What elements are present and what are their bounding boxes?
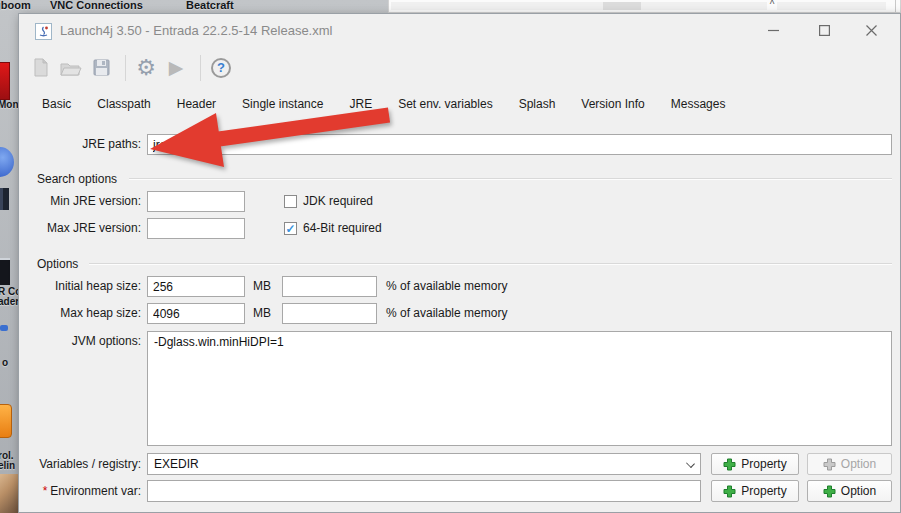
desktop-wallpaper-fragment — [0, 474, 18, 513]
jdk-required-checkbox[interactable] — [284, 195, 297, 208]
variables-registry-combobox[interactable]: EXEDIR — [147, 453, 701, 475]
min-jre-version-input[interactable] — [147, 191, 245, 212]
desktop-icon-label: Beatcraft — [186, 0, 234, 11]
desktop-icon-fragment-red — [0, 62, 10, 100]
chevron-down-icon — [686, 459, 695, 468]
tab-jre[interactable]: JRE — [336, 87, 385, 120]
chevron-up-icon[interactable]: ^ — [767, 0, 777, 10]
group-divider — [89, 263, 892, 264]
min-jre-version-label: Min JRE version: — [29, 191, 141, 212]
background-window-border — [895, 0, 896, 12]
jdk-required-label[interactable]: JDK required — [303, 195, 373, 208]
jre-paths-label: JRE paths: — [29, 134, 141, 155]
initial-heap-percent-input[interactable] — [282, 276, 377, 297]
run-play-icon[interactable]: ▶ — [163, 55, 189, 81]
launch4j-app-icon — [35, 23, 52, 40]
desktop-icon-fragment — [0, 325, 8, 331]
desktop-icon-fragment-orange — [0, 404, 12, 438]
minimize-button[interactable] — [750, 14, 796, 47]
plus-icon — [723, 458, 736, 471]
plus-icon — [723, 485, 736, 498]
variables-option-button: Option — [807, 453, 892, 475]
desktop-icon-label: VNC Connections — [50, 0, 143, 11]
maximize-button[interactable] — [801, 14, 847, 47]
close-button[interactable] — [848, 14, 894, 47]
desktop-icon-label: gboom — [0, 0, 31, 11]
max-heap-percent-label: % of available memory — [386, 303, 507, 324]
initial-heap-size-input[interactable] — [147, 276, 245, 297]
environment-var-label: *Environment var: — [29, 480, 141, 502]
desktop-icon-fragment — [0, 188, 9, 210]
titlebar[interactable]: Launch4j 3.50 - Entrada 22.2.5-14 Releas… — [19, 14, 900, 48]
max-jre-version-input[interactable] — [147, 218, 245, 239]
desktop-icon-fragment-blue — [0, 147, 14, 177]
new-file-icon[interactable] — [28, 55, 54, 81]
variables-registry-label: Variables / registry: — [29, 453, 141, 475]
plus-icon — [823, 485, 836, 498]
tab-version-info[interactable]: Version Info — [568, 87, 657, 120]
tab-set-env-variables[interactable]: Set env. variables — [385, 87, 506, 120]
required-asterisk: * — [43, 484, 48, 498]
background-scrollbar-thumb[interactable] — [603, 2, 641, 10]
max-heap-percent-input[interactable] — [282, 303, 377, 324]
desktop-icon-fragment-black — [0, 258, 10, 285]
tab-basic[interactable]: Basic — [29, 87, 84, 120]
help-icon[interactable]: ? — [208, 55, 234, 81]
desktop-icon-label: o — [2, 357, 8, 368]
toolbar-separator — [125, 55, 126, 81]
desktop-icon-label: ader — [0, 296, 19, 307]
background-window-edge: ^ — [388, 0, 901, 13]
jre-paths-input[interactable] — [147, 134, 892, 155]
group-divider — [129, 178, 892, 179]
environment-option-button[interactable]: Option — [807, 480, 892, 502]
tab-classpath[interactable]: Classpath — [84, 87, 163, 120]
max-heap-size-input[interactable] — [147, 303, 245, 324]
save-icon[interactable] — [88, 55, 114, 81]
plus-icon — [823, 458, 836, 471]
tab-header[interactable]: Header — [164, 87, 229, 120]
jvm-options-label: JVM options: — [29, 331, 141, 352]
initial-heap-unit-label: MB — [253, 276, 271, 297]
max-heap-size-label: Max heap size: — [29, 303, 141, 324]
window-title: Launch4j 3.50 - Entrada 22.2.5-14 Releas… — [60, 23, 332, 38]
toolbar-separator — [200, 55, 201, 81]
initial-heap-percent-label: % of available memory — [386, 276, 507, 297]
build-gear-icon[interactable]: ⚙ — [133, 55, 159, 81]
tab-single-instance[interactable]: Single instance — [229, 87, 336, 120]
open-file-icon[interactable] — [58, 55, 84, 81]
initial-heap-size-label: Initial heap size: — [29, 276, 141, 297]
64bit-required-label[interactable]: 64-Bit required — [303, 222, 382, 235]
variables-registry-value: EXEDIR — [154, 454, 199, 474]
desktop-icon-label: elin — [0, 460, 15, 471]
max-heap-unit-label: MB — [253, 303, 271, 324]
environment-var-input[interactable] — [147, 480, 701, 502]
tab-messages[interactable]: Messages — [658, 87, 739, 120]
active-tab-underline — [340, 117, 381, 120]
options-group-title: Options — [37, 257, 78, 271]
64bit-required-checkbox[interactable]: ✓ — [284, 222, 297, 235]
tab-bar: Basic Classpath Header Single instance J… — [29, 87, 900, 120]
max-jre-version-label: Max JRE version: — [29, 218, 141, 239]
tab-splash[interactable]: Splash — [506, 87, 569, 120]
search-options-group-title: Search options — [37, 172, 117, 186]
launch4j-window: Launch4j 3.50 - Entrada 22.2.5-14 Releas… — [18, 13, 901, 513]
environment-property-button[interactable]: Property — [711, 480, 799, 502]
toolbar: ⚙ ▶ ? — [19, 48, 900, 87]
variables-property-button[interactable]: Property — [711, 453, 799, 475]
jvm-options-textarea[interactable]: -Dglass.win.minHiDPI=1 — [147, 331, 892, 446]
